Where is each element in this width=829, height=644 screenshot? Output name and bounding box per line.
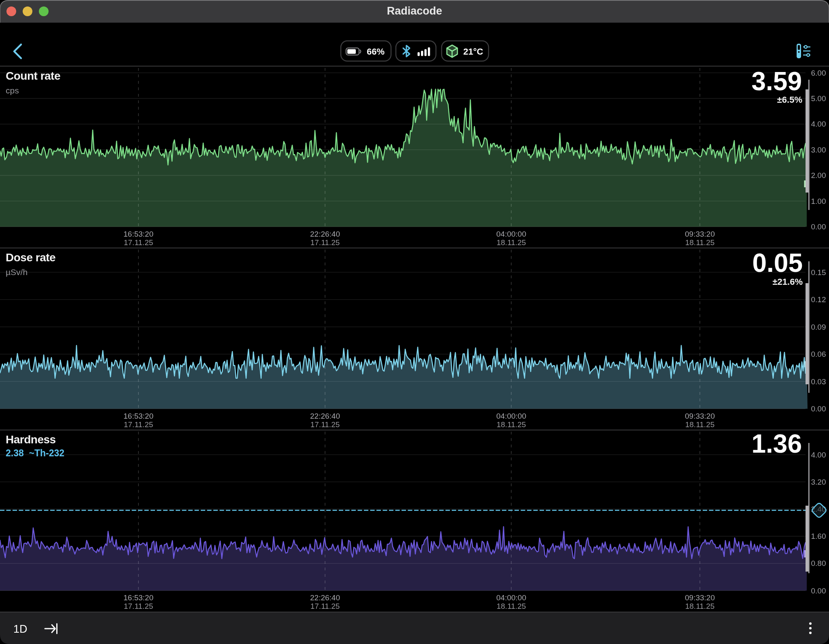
svg-text:22:26:40: 22:26:40 [310,593,340,602]
svg-text:66%: 66% [367,47,385,57]
svg-text:1.36: 1.36 [751,429,802,458]
svg-text:4.00: 4.00 [811,451,826,459]
svg-text:±21.6%: ±21.6% [773,277,803,287]
svg-text:0.05: 0.05 [752,248,803,278]
svg-text:6.00: 6.00 [811,69,826,77]
svg-text:18.11.25: 18.11.25 [685,602,715,610]
svg-text:0.09: 0.09 [811,323,826,331]
svg-text:µSv/h: µSv/h [6,267,28,277]
svg-text:16:53:20: 16:53:20 [123,230,153,238]
svg-text:3.20: 3.20 [811,478,826,486]
svg-text:0.00: 0.00 [811,405,826,413]
svg-text:Hardness: Hardness [6,433,56,446]
svg-text:1.60: 1.60 [811,532,826,540]
svg-text:0.00: 0.00 [811,222,826,231]
svg-text:1D: 1D [13,623,28,635]
svg-text:17.11.25: 17.11.25 [310,238,340,247]
svg-text:Radiacode: Radiacode [387,5,442,17]
svg-text:16:53:20: 16:53:20 [123,412,153,420]
svg-text:18.11.25: 18.11.25 [497,602,526,610]
svg-text:0.03: 0.03 [811,377,826,386]
svg-text:09:33:20: 09:33:20 [685,593,715,602]
svg-text:17.11.25: 17.11.25 [124,238,153,247]
svg-text:16:53:20: 16:53:20 [123,593,153,602]
svg-text:17.11.25: 17.11.25 [124,420,153,429]
svg-text:17.11.25: 17.11.25 [124,602,153,610]
svg-text:4.00: 4.00 [811,120,826,128]
svg-text:Dose rate: Dose rate [6,251,55,264]
svg-text:22:26:40: 22:26:40 [310,412,340,420]
svg-text:17.11.25: 17.11.25 [310,602,340,610]
svg-text:0.00: 0.00 [811,587,826,595]
svg-text:5.00: 5.00 [811,94,826,103]
svg-text:±6.5%: ±6.5% [777,95,802,105]
svg-text:18.11.25: 18.11.25 [685,238,715,247]
svg-text:22:26:40: 22:26:40 [310,230,340,238]
svg-text:21°C: 21°C [463,47,483,57]
svg-text:3.59: 3.59 [751,67,802,96]
svg-text:cps: cps [6,86,19,95]
svg-text:18.11.25: 18.11.25 [685,420,715,429]
svg-text:17.11.25: 17.11.25 [310,420,340,429]
svg-text:Count rate: Count rate [6,70,60,82]
svg-text:1.00: 1.00 [811,197,826,205]
svg-text:09:33:20: 09:33:20 [685,230,715,238]
svg-text:0.12: 0.12 [811,295,826,304]
svg-text:04:00:00: 04:00:00 [496,412,526,420]
svg-text:18.11.25: 18.11.25 [497,420,526,429]
svg-text:04:00:00: 04:00:00 [496,593,526,602]
svg-text:18.11.25: 18.11.25 [497,238,526,247]
svg-text:2.00: 2.00 [811,171,826,180]
svg-text:0.06: 0.06 [811,350,826,358]
svg-text:04:00:00: 04:00:00 [496,230,526,238]
svg-text:0.80: 0.80 [811,559,826,568]
svg-text:2.38 ~Th-232: 2.38 ~Th-232 [6,448,64,458]
svg-text:0.15: 0.15 [811,268,826,277]
svg-text:09:33:20: 09:33:20 [685,412,715,420]
svg-text:3.00: 3.00 [811,146,826,154]
